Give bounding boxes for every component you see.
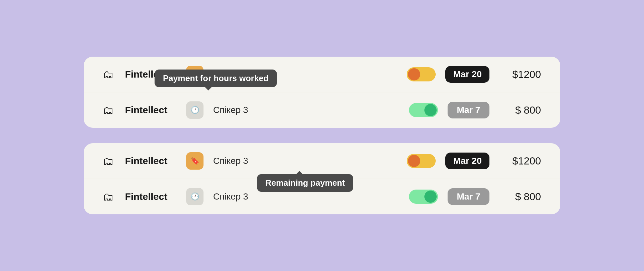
brand-name: Fintellect	[125, 105, 176, 116]
date-badge-gray-1: Mar 7	[448, 102, 489, 118]
bookmark-icon: 🔖	[191, 70, 199, 79]
card2-row2: 🗂 Fintellect 🕐 Remaining payment Спікер …	[84, 179, 560, 214]
folder-icon: 🗂	[103, 68, 114, 81]
amount-3: $1200	[499, 155, 541, 167]
toggle-green-2[interactable]	[409, 190, 438, 204]
toggle-yellow-1[interactable]	[407, 67, 436, 81]
brand-name: Fintellect	[125, 69, 176, 80]
speaker-name: Спікер 3	[213, 156, 397, 166]
folder-icon: 🗂	[103, 155, 114, 167]
date-badge-dark-1: Mar 20	[445, 66, 489, 83]
toggle-knob	[424, 191, 437, 203]
folder-icon: 🗂	[103, 104, 114, 117]
clock-icon: 🕐	[191, 106, 199, 114]
folder-icon: 🗂	[103, 191, 114, 203]
clock-badge[interactable]: 🕐	[186, 101, 204, 119]
amount-1: $1200	[499, 69, 541, 80]
clock-badge[interactable]: 🕐 Remaining payment	[186, 188, 204, 205]
speaker-name: Спікер 3	[213, 192, 399, 202]
payment-card-1: 🗂 Fintellect 🔖 Payment for hours worked …	[84, 57, 560, 128]
toggle-knob	[424, 104, 437, 116]
bookmark-badge[interactable]: 🔖	[186, 152, 204, 170]
bookmark-icon: 🔖	[191, 157, 199, 165]
brand-name: Fintellect	[125, 155, 176, 166]
brand-name: Fintellect	[125, 191, 176, 202]
date-badge-dark-2: Mar 20	[445, 153, 489, 169]
amount-2: $ 800	[499, 104, 541, 116]
speaker-name: Спікер 3	[213, 105, 399, 115]
toggle-yellow-2[interactable]	[407, 154, 436, 168]
toggle-green-1[interactable]	[409, 103, 438, 117]
toggle-knob	[408, 155, 420, 167]
speaker-name: Спікер 3	[213, 69, 397, 79]
card1-row1: 🗂 Fintellect 🔖 Payment for hours worked …	[84, 57, 560, 92]
payment-card-2: 🗂 Fintellect 🔖 Спікер 3 Mar 20 $1200 🗂 F…	[84, 143, 560, 214]
bookmark-badge[interactable]: 🔖	[186, 66, 204, 83]
date-badge-gray-2: Mar 7	[448, 188, 489, 205]
card2-row1: 🗂 Fintellect 🔖 Спікер 3 Mar 20 $1200	[84, 143, 560, 179]
amount-4: $ 800	[499, 191, 541, 203]
toggle-knob	[408, 68, 420, 80]
clock-icon: 🕐	[191, 192, 199, 201]
card1-row2: 🗂 Fintellect 🕐 Спікер 3 Mar 7 $ 800	[84, 92, 560, 128]
